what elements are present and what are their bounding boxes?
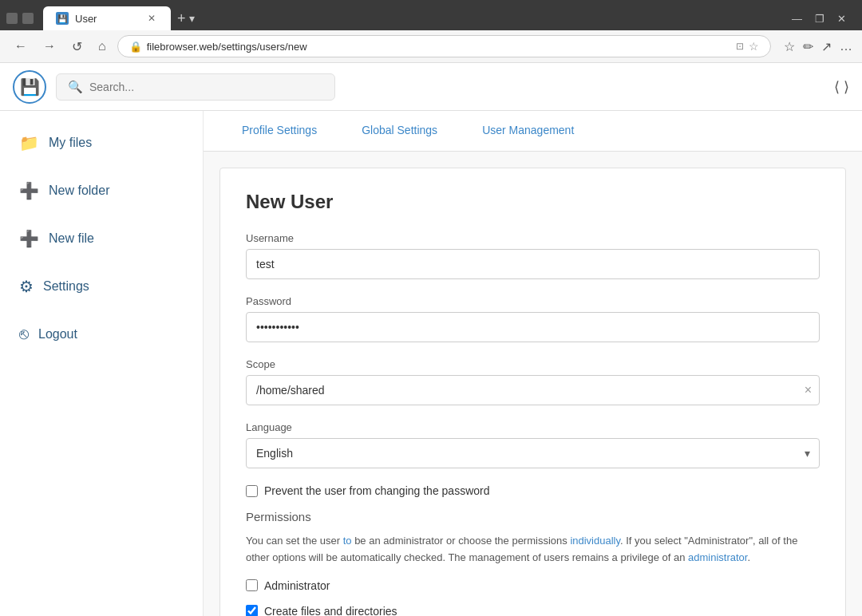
tab-title: User: [75, 13, 97, 25]
folder-icon: 📁: [19, 133, 39, 152]
create-files-checkbox[interactable]: [246, 605, 258, 616]
url-display: filebrowser.web/settings/users/new: [147, 41, 731, 53]
app-logo: 💾: [13, 70, 46, 104]
sidebar-label-my-files: My files: [49, 136, 92, 150]
sidebar-item-new-folder[interactable]: ➕ New folder: [0, 167, 203, 215]
new-folder-icon: ➕: [19, 181, 39, 200]
app-container: 💾 🔍 ⟨ ⟩ 📁 My files ➕ New folder: [0, 63, 862, 616]
reader-icon: ⊡: [736, 41, 744, 52]
sidebar-item-logout[interactable]: ⎋ Logout: [0, 310, 203, 357]
search-icon: 🔍: [68, 80, 83, 94]
tab-close-button[interactable]: ✕: [145, 12, 158, 25]
menu-icon[interactable]: …: [840, 39, 852, 54]
new-file-icon: ➕: [19, 229, 39, 248]
tab-global-settings[interactable]: Global Settings: [339, 111, 460, 151]
sidebar-item-my-files[interactable]: 📁 My files: [0, 119, 203, 167]
permissions-section: Permissions You can set the user to be a…: [246, 510, 820, 616]
scope-group: Scope ×: [246, 358, 820, 405]
language-label: Language: [246, 421, 820, 433]
admin-label: Administrator: [264, 579, 330, 592]
scope-label: Scope: [246, 358, 820, 370]
language-select[interactable]: English Deutsch Français Español 中文: [246, 438, 820, 468]
minimize-button[interactable]: —: [792, 13, 802, 25]
form-title: New User: [246, 191, 820, 213]
share-icon[interactable]: ↗: [821, 39, 832, 54]
to-link[interactable]: to: [343, 535, 352, 547]
settings-icon: ⚙: [19, 277, 34, 296]
new-user-form: New User Username Password Scope: [219, 168, 846, 616]
language-group: Language English Deutsch Français Españo…: [246, 421, 820, 468]
settings-tabs: Profile Settings Global Settings User Ma…: [204, 111, 862, 152]
lock-icon: 🔒: [129, 41, 142, 53]
tab-dropdown-button[interactable]: ▾: [189, 12, 195, 25]
admin-checkbox[interactable]: [246, 579, 258, 591]
app-header: 💾 🔍 ⟨ ⟩: [0, 63, 862, 111]
tab-user-management[interactable]: User Management: [460, 111, 596, 151]
admin-row: Administrator: [246, 579, 820, 592]
home-button[interactable]: ⌂: [93, 36, 111, 57]
language-select-wrapper: English Deutsch Français Español 中文 ▾: [246, 438, 820, 468]
individually-link[interactable]: individually: [570, 535, 620, 547]
search-input[interactable]: [89, 81, 323, 93]
close-button[interactable]: ✕: [837, 13, 846, 25]
window-controls: — ❐ ✕: [792, 13, 856, 25]
back-button[interactable]: ←: [10, 36, 32, 57]
username-label: Username: [246, 232, 820, 244]
administrator-link[interactable]: administrator: [688, 551, 747, 563]
nav-bar: ← → ↺ ⌂ 🔒 filebrowser.web/settings/users…: [0, 30, 862, 63]
content-area: Profile Settings Global Settings User Ma…: [204, 111, 862, 616]
password-group: Password: [246, 295, 820, 342]
tab-bar: 💾 User ✕ + ▾ — ❐ ✕: [0, 0, 862, 30]
prevent-password-checkbox[interactable]: [246, 485, 258, 497]
address-bar[interactable]: 🔒 filebrowser.web/settings/users/new ⊡ ☆: [117, 35, 771, 57]
refresh-button[interactable]: ↺: [67, 36, 87, 57]
sidebar-label-logout: Logout: [38, 327, 77, 342]
permissions-title: Permissions: [246, 510, 820, 523]
create-files-label: Create files and directories: [264, 605, 397, 616]
bookmark-icon: ☆: [749, 40, 759, 53]
scope-input[interactable]: [246, 375, 820, 405]
username-group: Username: [246, 232, 820, 279]
tab-profile-settings[interactable]: Profile Settings: [219, 111, 339, 151]
tab-favicon: 💾: [56, 12, 69, 25]
sidebar-label-new-file: New file: [49, 231, 94, 246]
create-files-row: Create files and directories: [246, 605, 820, 616]
active-tab[interactable]: 💾 User ✕: [43, 6, 171, 30]
code-toggle-button[interactable]: ⟨ ⟩: [834, 78, 849, 96]
sidebar-item-settings[interactable]: ⚙ Settings: [0, 263, 203, 310]
permissions-description: You can set the user to be an administra…: [246, 533, 820, 567]
sidebar: 📁 My files ➕ New folder ➕ New file ⚙ Set…: [0, 111, 204, 616]
main-layout: 📁 My files ➕ New folder ➕ New file ⚙ Set…: [0, 111, 862, 616]
username-input[interactable]: [246, 249, 820, 279]
prevent-password-label: Prevent the user from changing the passw…: [264, 484, 490, 497]
sidebar-footer: File Browser v(untracked) Help: [0, 614, 203, 616]
password-input[interactable]: [246, 312, 820, 342]
scope-clear-button[interactable]: ×: [805, 383, 812, 397]
logout-icon: ⎋: [19, 325, 29, 343]
search-box[interactable]: 🔍: [56, 73, 335, 101]
browser-icon-1: [6, 13, 18, 24]
sidebar-label-settings: Settings: [43, 279, 89, 294]
scope-wrapper: ×: [246, 375, 820, 405]
new-tab-button[interactable]: +: [177, 10, 186, 27]
prevent-password-row: Prevent the user from changing the passw…: [246, 484, 820, 497]
sidebar-label-new-folder: New folder: [49, 184, 109, 198]
sidebar-item-new-file[interactable]: ➕ New file: [0, 215, 203, 263]
browser-icon-2: [22, 13, 34, 24]
pen-icon[interactable]: ✏: [803, 39, 813, 54]
password-label: Password: [246, 295, 820, 307]
forward-button[interactable]: →: [38, 36, 61, 57]
restore-button[interactable]: ❐: [815, 13, 824, 25]
favorites-icon[interactable]: ☆: [784, 39, 795, 54]
